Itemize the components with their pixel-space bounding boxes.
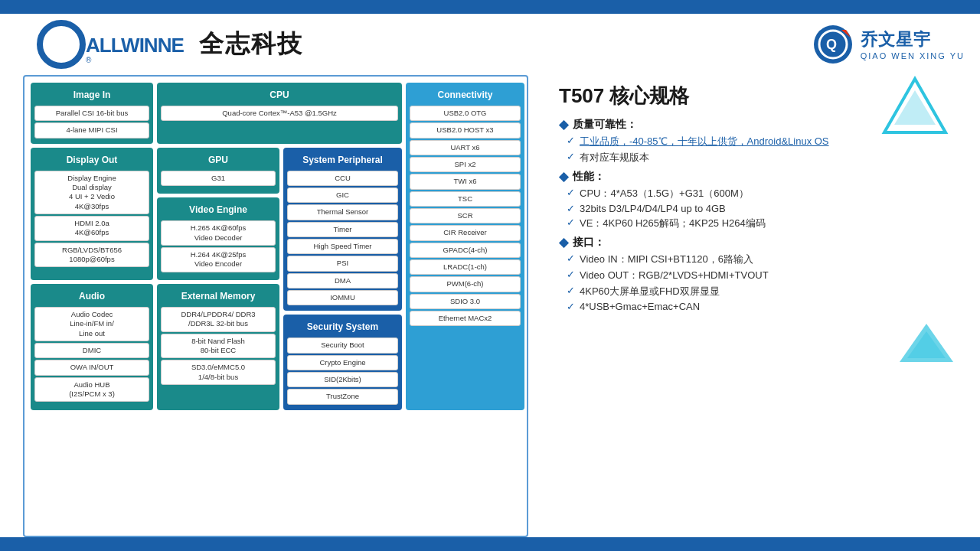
sp-item-4: High Speed Timer (287, 239, 398, 254)
sec-item-3: TrustZone (287, 389, 398, 404)
audio-item-3: Audio HUB(I2S/PCM x 3) (34, 377, 149, 403)
triangle-decoration (880, 75, 949, 144)
check-icon-p0: ✓ (567, 187, 575, 198)
sec-item-0: Security Boot (287, 337, 398, 353)
conn-item-1: USB2.0 HOST x3 (410, 122, 521, 138)
image-in-item-1: 4-lane MIPI CSI (34, 122, 149, 138)
conn-item-11: SDIO 3.0 (410, 294, 521, 309)
sys-periph-title: System Peripheral (287, 152, 398, 168)
intf-item-3: ✓ 4*USB+Gmac+Emac+CAN (559, 301, 957, 312)
diamond-icon-2: ◆ (559, 169, 568, 184)
ext-mem-title: External Memory (161, 288, 276, 305)
performance-header: ◆ 性能： (559, 169, 957, 184)
security-block: Security System Security Boot Crypto Eng… (283, 315, 402, 409)
top-bar (0, 0, 980, 14)
sp-item-7: IOMMU (287, 290, 398, 305)
sp-item-5: PSI (287, 256, 398, 271)
interface-section: ◆ 接口： ✓ Video IN：MIPI CSI+BT1120，6路输入 ✓ … (559, 235, 957, 312)
cpu-title: CPU (161, 86, 398, 103)
intf-item-1: ✓ Video OUT：RGB/2*LVDS+HDMI+TVOUT (559, 269, 957, 282)
cpu-item-0: Quad-core Cortex™-A53 @1.5GHz (161, 106, 398, 121)
quality-title: 质量可靠性： (573, 118, 637, 132)
sp-item-1: GIC (287, 187, 398, 203)
intf-item-0: ✓ Video IN：MIPI CSI+BT1120，6路输入 (559, 253, 957, 266)
audio-block: Audio Audio CodecLine-in/FM in/Line out … (31, 284, 153, 410)
chip-diagram: Image In Parallel CSI 16-bit bus 4-lane … (23, 75, 528, 537)
intf-text-3: 4*USB+Gmac+Emac+CAN (580, 301, 700, 312)
conn-item-6: SCR (410, 208, 521, 223)
sp-item-2: Thermal Sensor (287, 204, 398, 220)
company-name: 全志科技 (199, 28, 303, 61)
check-icon-i3: ✓ (567, 301, 575, 312)
check-icon-i1: ✓ (567, 269, 575, 280)
brand-logo: Q 乔文星宇 QIAO WEN XING YU (812, 24, 965, 66)
conn-item-0: USB2.0 OTG (410, 106, 521, 121)
external-memory-block: External Memory DDR4/LPDDR4/ DDR3/DDR3L … (157, 284, 279, 410)
perf-text-2: VE：4KP60 H265解码；4KP25 H264编码 (580, 217, 766, 230)
em-item-0: DDR4/LPDDR4/ DDR3/DDR3L 32-bit bus (161, 307, 276, 332)
conn-item-10: PWM(6-ch) (410, 276, 521, 292)
image-in-item-0: Parallel CSI 16-bit bus (34, 106, 149, 121)
display-out-item-1: HDMI 2.0a4K@60fps (34, 216, 149, 241)
audio-item-2: OWA IN/OUT (34, 360, 149, 375)
intf-item-2: ✓ 4KP60大屏单显或FHD双屏显显 (559, 285, 957, 298)
interface-title: 接口： (573, 236, 605, 249)
svg-marker-9 (894, 90, 936, 125)
quality-text-1: 有对应车规版本 (580, 151, 649, 165)
gpu-block: GPU G31 (157, 148, 279, 194)
svg-rect-1 (51, 35, 66, 54)
image-in-title: Image In (34, 86, 149, 103)
intf-text-0: Video IN：MIPI CSI+BT1120，6路输入 (580, 253, 753, 266)
bottom-triangle-decoration (896, 320, 957, 366)
conn-item-9: LRADC(1-ch) (410, 259, 521, 275)
video-engine-title: Video Engine (161, 201, 276, 218)
brand-sub-text: QIAO WEN XING YU (861, 51, 965, 60)
cpu-block: CPU Quad-core Cortex™-A53 @1.5GHz (157, 83, 402, 144)
connectivity-block: Connectivity USB2.0 OTG USB2.0 HOST x3 U… (406, 83, 524, 410)
perf-item-1: ✓ 32bits D3/LP4/D4/LP4 up to 4GB (559, 203, 957, 214)
intf-text-2: 4KP60大屏单显或FHD双屏显显 (580, 285, 720, 298)
underline-text: 工业品质，-40-85℃，十年以上供货，Android&Linux OS (580, 135, 829, 147)
interface-header: ◆ 接口： (559, 235, 957, 249)
performance-section: ◆ 性能： ✓ CPU：4*A53（1.5G）+G31（600M） ✓ 32bi… (559, 169, 957, 230)
conn-item-2: UART x6 (410, 140, 521, 155)
sec-item-1: Crypto Engine (287, 355, 398, 370)
perf-item-0: ✓ CPU：4*A53（1.5G）+G31（600M） (559, 187, 957, 201)
allwinner-logo: ALLWINNER ® (31, 20, 184, 70)
video-engine-block: Video Engine H.265 4K@60fpsVideo Decoder… (157, 197, 279, 280)
audio-title: Audio (34, 288, 149, 305)
display-out-item-0: Display EngineDual display4 UI + 2 Vedio… (34, 171, 149, 214)
perf-item-2: ✓ VE：4KP60 H265解码；4KP25 H264编码 (559, 217, 957, 230)
display-out-block: Display Out Display EngineDual display4 … (31, 148, 153, 280)
svg-text:®: ® (86, 56, 92, 64)
sys-periph-block: System Peripheral CCU GIC Thermal Sensor… (283, 148, 402, 311)
audio-item-1: DMIC (34, 343, 149, 358)
display-out-title: Display Out (34, 152, 149, 168)
brand-name: 乔文星宇 (861, 28, 965, 51)
image-in-block: Image In Parallel CSI 16-bit bus 4-lane … (31, 83, 153, 144)
check-icon-p1: ✓ (567, 203, 575, 214)
header: ALLWINNER ® 全志科技 Q 乔文星宇 QIAO WEN XING YU (0, 14, 980, 75)
diamond-icon-3: ◆ (559, 235, 568, 249)
audio-item-0: Audio CodecLine-in/FM in/Line out (34, 307, 149, 341)
check-icon-1: ✓ (567, 151, 575, 162)
sp-item-6: DMA (287, 273, 398, 289)
quality-text-0: 工业品质，-40-85℃，十年以上供货，Android&Linux OS (580, 135, 829, 148)
logo-area: ALLWINNER ® 全志科技 (31, 20, 303, 70)
svg-text:Q: Q (826, 37, 837, 52)
gpu-item-0: G31 (161, 171, 276, 186)
brand-icon: Q (812, 24, 854, 66)
diamond-icon: ◆ (559, 117, 568, 132)
product-title: T507 核心规格 (559, 83, 690, 109)
svg-text:ALLWINNER: ALLWINNER (86, 34, 184, 57)
sec-item-2: SID(2Kbits) (287, 372, 398, 387)
sp-item-3: Timer (287, 222, 398, 237)
check-icon-i2: ✓ (567, 285, 575, 296)
main-content: Image In Parallel CSI 16-bit bus 4-lane … (0, 75, 980, 537)
gpu-title: GPU (161, 152, 276, 168)
display-out-item-2: RGB/LVDS/BT6561080p@60fps (34, 243, 149, 268)
conn-item-8: GPADC(4-ch) (410, 243, 521, 258)
performance-title: 性能： (573, 170, 605, 184)
check-icon-i0: ✓ (567, 253, 575, 264)
perf-text-0: CPU：4*A53（1.5G）+G31（600M） (580, 187, 749, 201)
